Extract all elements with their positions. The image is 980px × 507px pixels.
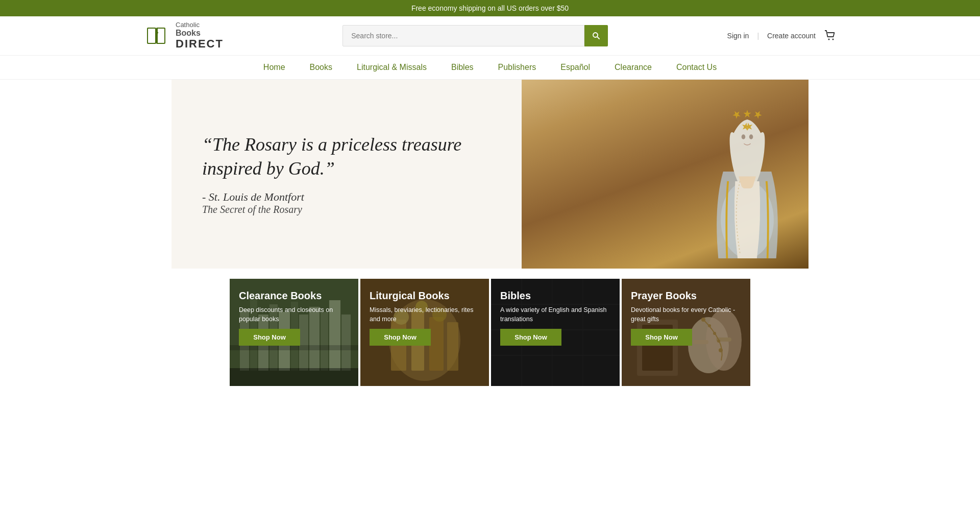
nav-clearance[interactable]: Clearance <box>615 63 652 72</box>
main-nav: Home Books Liturgical & Missals Bibles P… <box>0 56 980 80</box>
svg-line-9 <box>597 37 599 39</box>
card-liturgical-title: Liturgical Books <box>370 290 480 302</box>
logo-direct: DIRECT <box>176 38 224 50</box>
banner-text: Free economy shipping on all US orders o… <box>411 4 569 12</box>
card-clearance-btn[interactable]: Shop Now <box>239 329 300 346</box>
product-cards-section: Clearance Books Deep discounts and close… <box>0 269 980 386</box>
hero-wrapper: “The Rosary is a priceless treasure insp… <box>0 80 980 269</box>
card-prayer-title: Prayer Books <box>631 290 741 302</box>
card-bibles-content: Bibles A wide variety of English and Spa… <box>491 279 620 386</box>
card-liturgical-btn[interactable]: Shop Now <box>370 329 431 346</box>
header: Catholic Books DIRECT Sign in | Create a… <box>0 16 980 56</box>
nav-contact[interactable]: Contact Us <box>676 63 717 72</box>
card-prayer-content: Prayer Books Devotional books for every … <box>622 279 750 386</box>
card-liturgical: Liturgical Books Missals, breviaries, le… <box>360 279 489 386</box>
card-clearance: Clearance Books Deep discounts and close… <box>230 279 358 386</box>
svg-point-11 <box>832 39 834 40</box>
card-prayer-btn[interactable]: Shop Now <box>631 329 692 346</box>
nav-liturgical[interactable]: Liturgical & Missals <box>357 63 427 72</box>
card-clearance-desc: Deep discounts and closeouts on popular … <box>239 306 349 324</box>
svg-marker-18 <box>753 109 764 120</box>
hero-attribution: - St. Louis de Montfort <box>202 190 491 204</box>
nav-espanol[interactable]: Español <box>560 63 590 72</box>
svg-marker-17 <box>743 110 751 117</box>
search-area <box>342 25 608 46</box>
card-prayer-desc: Devotional books for every Catholic - gr… <box>631 306 741 324</box>
card-bibles: Bibles A wide variety of English and Spa… <box>491 279 620 386</box>
nav-publishers[interactable]: Publishers <box>498 63 536 72</box>
card-clearance-title: Clearance Books <box>239 290 349 302</box>
search-input[interactable] <box>342 25 584 46</box>
svg-rect-3 <box>157 29 164 43</box>
card-bibles-title: Bibles <box>500 290 610 302</box>
create-account-link[interactable]: Create account <box>767 32 816 40</box>
svg-marker-19 <box>731 109 742 120</box>
nav-home[interactable]: Home <box>263 63 285 72</box>
card-prayer: Prayer Books Devotional books for every … <box>622 279 750 386</box>
logo-books: Books <box>176 29 224 38</box>
hero-subtitle: The Secret of the Rosary <box>202 204 491 215</box>
top-banner: Free economy shipping on all US orders o… <box>0 0 980 16</box>
logo-icon <box>143 21 172 50</box>
card-bibles-btn[interactable]: Shop Now <box>500 329 561 346</box>
card-clearance-content: Clearance Books Deep discounts and close… <box>230 279 358 386</box>
header-actions: Sign in | Create account <box>727 29 837 42</box>
hero-section: “The Rosary is a priceless treasure insp… <box>172 80 808 269</box>
card-liturgical-content: Liturgical Books Missals, breviaries, le… <box>360 279 489 386</box>
logo-text: Catholic Books DIRECT <box>176 21 224 50</box>
nav-books[interactable]: Books <box>310 63 332 72</box>
card-bibles-desc: A wide variety of English and Spanish tr… <box>500 306 610 324</box>
svg-point-16 <box>749 134 753 139</box>
logo-catholic: Catholic <box>176 21 224 29</box>
svg-rect-1 <box>148 29 155 43</box>
svg-point-15 <box>742 134 746 139</box>
nav-bibles[interactable]: Bibles <box>451 63 474 72</box>
cart-icon[interactable] <box>824 29 837 42</box>
card-liturgical-desc: Missals, breviaries, lectionaries, rites… <box>370 306 480 324</box>
search-icon <box>592 31 601 40</box>
hero-text-panel: “The Rosary is a priceless treasure insp… <box>172 80 522 269</box>
logo[interactable]: Catholic Books DIRECT <box>143 21 224 50</box>
sign-in-link[interactable]: Sign in <box>727 32 749 40</box>
mary-statue-image <box>696 85 798 258</box>
hero-quote: “The Rosary is a priceless treasure insp… <box>202 133 491 181</box>
hero-image-panel <box>522 80 808 269</box>
separator: | <box>757 32 759 40</box>
search-button[interactable] <box>584 25 608 46</box>
svg-point-10 <box>828 39 829 40</box>
